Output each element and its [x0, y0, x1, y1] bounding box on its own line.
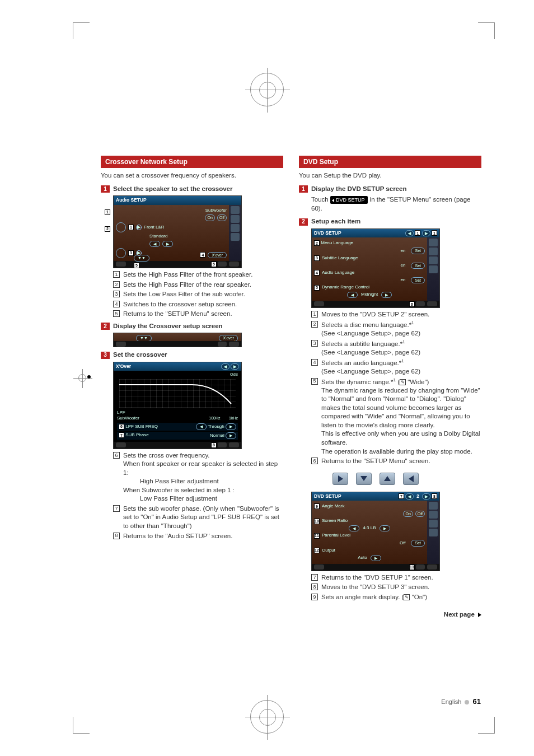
angle-on[interactable]: On [403, 511, 413, 517]
nav-right-button[interactable]: ▶ [422, 230, 430, 236]
footer-dot-icon [465, 700, 469, 704]
callout-inside-3: 3 [128, 250, 134, 256]
ratio-left-button[interactable]: ◀ [349, 525, 359, 531]
sidebar-icon[interactable] [231, 215, 240, 223]
front-label: Front L&R [144, 225, 164, 231]
footer-return-button[interactable] [218, 342, 227, 347]
play-icon[interactable]: ▶ [136, 225, 142, 230]
page-down-button[interactable]: ▼▼ [136, 335, 152, 341]
list-item: 7Sets the sub woofer phase. (Only when "… [113, 505, 283, 531]
list-item: 9Sets an angle mark display. (✎ "On") [311, 593, 481, 602]
output-right-button[interactable]: ▶ [371, 555, 381, 561]
footer-return-button[interactable] [218, 262, 227, 267]
footer-nav-button[interactable] [229, 262, 239, 267]
callout-9: 9 [314, 503, 320, 509]
xover-button[interactable]: X'over [208, 252, 227, 258]
content-columns: Crossover Network Setup You can set a cr… [101, 156, 481, 619]
subwoofer-off[interactable]: Off [217, 214, 227, 221]
page-number: 61 [473, 697, 481, 706]
drc-left-button[interactable]: ◀ [347, 292, 358, 298]
footer-nav-button[interactable] [116, 342, 126, 347]
nav-down-button[interactable] [356, 473, 372, 485]
callout-8: 8 [211, 442, 217, 448]
set-button[interactable]: Set [411, 248, 425, 254]
sidebar-icon[interactable] [429, 502, 438, 510]
footer-nav-button[interactable] [427, 301, 437, 306]
list-item: 2Sets the High Pass Filter of the rear s… [113, 281, 283, 290]
footer-nav-button[interactable] [229, 342, 239, 347]
footer-nav-button[interactable] [229, 442, 239, 447]
screenshot-title-text: Audio SETUP [116, 197, 147, 203]
ratio-right-button[interactable]: ▶ [380, 525, 390, 531]
section-title: DVD Setup [299, 156, 481, 168]
sidebar-icon[interactable] [429, 239, 438, 246]
footer-nav-button[interactable] [314, 564, 324, 570]
dvd-setup-screenshot-1: DVD SETUP ◀ 1 ▶ 1 2 Menu Language enSet … [311, 228, 440, 309]
decrease-button[interactable]: ◀ [196, 423, 207, 430]
nav-right-button[interactable]: ▶ [422, 493, 430, 500]
arrow-right-icon [478, 613, 481, 617]
subwoofer-on[interactable]: On [205, 214, 214, 221]
set-button[interactable]: Set [411, 277, 425, 283]
step-number: 1 [101, 185, 110, 193]
sidebar-icon[interactable] [429, 256, 438, 264]
page-down-button[interactable]: ▼▼ [134, 255, 149, 261]
next-page-link[interactable]: Next page [299, 610, 481, 619]
callout-list: 1Moves to the "DVD SETUP 2" screen. 2Sel… [311, 310, 481, 465]
nav-left-button[interactable]: ◀ [405, 230, 414, 236]
footer-return-button[interactable] [416, 301, 425, 306]
set-button[interactable]: Set [411, 540, 425, 546]
dvd-setup-screenshot-2: DVD SETUP 7 ◀ 2 ▶ 8 9 Angle Mark OnOff 1… [311, 492, 440, 571]
list-item: 2Selects a disc menu language.*1(See <La… [311, 320, 481, 338]
footer-return-button[interactable] [218, 442, 227, 447]
nav-button-strip [311, 469, 440, 488]
nav-right-button[interactable]: ▶ [231, 363, 239, 370]
callout-box: 3 [113, 291, 120, 297]
footer-nav-button[interactable] [116, 262, 126, 267]
arrow-left-button[interactable]: ◀ [149, 241, 160, 247]
speaker-front-icon[interactable] [116, 222, 126, 232]
footer-nav-button[interactable] [116, 442, 126, 447]
angle-off[interactable]: Off [415, 511, 425, 517]
drc-right-button[interactable]: ▶ [381, 292, 392, 298]
arrow-right-button[interactable]: ▶ [162, 241, 173, 247]
crop-mark [478, 22, 495, 39]
sidebar-icon[interactable] [429, 520, 438, 528]
screenshot-title: DVD SETUP 7 ◀ 2 ▶ 8 [312, 492, 439, 501]
sidebar-icon[interactable] [429, 248, 438, 255]
tab-dot [87, 375, 91, 379]
section-intro: You can Setup the DVD play. [299, 171, 481, 180]
odb-label: OdB [117, 372, 238, 377]
callout-6: 6 [409, 301, 415, 307]
sidebar-icon[interactable] [231, 233, 240, 241]
toggle-button[interactable]: ▶ [226, 432, 236, 438]
xover-screenshot: X'Over ◀ ▶ OdB LPF SubWoofer 100Hz 1kHz [113, 362, 242, 449]
nav-up-button[interactable] [380, 473, 395, 485]
dvd-setup-touch-button[interactable]: DVD SETUP [330, 196, 368, 204]
nav-right-button[interactable] [332, 473, 348, 485]
sidebar-icon[interactable] [429, 265, 438, 273]
footer-nav-button[interactable] [427, 564, 437, 570]
step-heading: 1 Select the speaker to set the crossove… [101, 185, 283, 194]
pen-icon: ✎ [404, 594, 410, 600]
nav-left-button[interactable]: ◀ [221, 363, 229, 370]
screenshot-footer: 13 [312, 564, 439, 571]
pen-icon: ✎ [400, 379, 406, 385]
list-item: 4Selects an audio language.*1(See <Langu… [311, 358, 481, 376]
sidebar-icon[interactable] [231, 224, 240, 232]
footer-nav-button[interactable] [314, 301, 324, 306]
callout-5: 5 [211, 262, 217, 267]
step-heading: 2 Display the Crossover setup screen [101, 322, 283, 331]
nav-left-button[interactable] [403, 473, 419, 485]
speaker-rear-icon[interactable] [116, 248, 126, 258]
footer-return-button[interactable] [416, 564, 425, 570]
callout-inside-1: 1 [128, 225, 134, 230]
sidebar-icon[interactable] [429, 529, 438, 536]
callout-5-foot: 5 [134, 263, 139, 268]
sidebar-icon[interactable] [429, 511, 438, 519]
sidebar-icon[interactable] [231, 206, 240, 214]
increase-button[interactable]: ▶ [226, 423, 236, 430]
set-button[interactable]: Set [411, 263, 425, 269]
nav-left-button[interactable]: ◀ [405, 493, 414, 500]
callout-box: 1 [113, 271, 120, 278]
